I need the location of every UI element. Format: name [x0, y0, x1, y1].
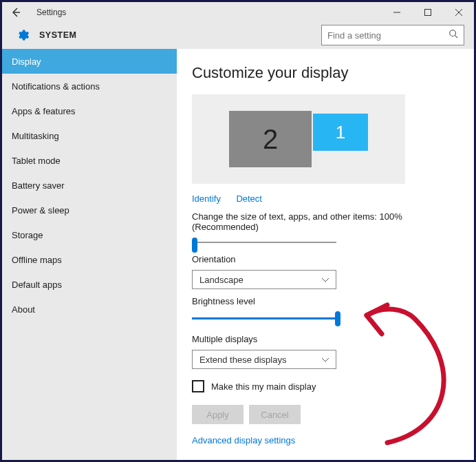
identify-link[interactable]: Identify [192, 193, 221, 204]
main-display-checkbox[interactable] [192, 380, 204, 392]
detect-link[interactable]: Detect [236, 193, 262, 204]
content-area: Customize your display 2 1 Identify Dete… [177, 49, 474, 460]
multiple-displays-value: Extend these displays [199, 355, 286, 365]
sidebar-item-power[interactable]: Power & sleep [2, 198, 177, 222]
maximize-button[interactable] [412, 3, 443, 23]
apply-button[interactable]: Apply [192, 405, 244, 424]
scale-slider[interactable] [192, 238, 336, 247]
sidebar-item-label: Tablet mode [12, 156, 61, 166]
search-box[interactable] [321, 25, 464, 45]
chevron-down-icon [322, 356, 329, 364]
sidebar-item-about[interactable]: About [2, 297, 177, 322]
sidebar-item-apps[interactable]: Apps & features [2, 98, 177, 123]
sidebar-item-label: About [12, 304, 35, 315]
display-arrangement[interactable]: 2 1 [192, 94, 405, 184]
header: SYSTEM [2, 23, 474, 49]
settings-window: Settings SYSTEM Display Notifications & … [0, 0, 476, 462]
page-title: Customize your display [192, 64, 459, 82]
sidebar-item-label: Notifications & actions [12, 81, 100, 92]
brightness-slider[interactable] [192, 312, 342, 327]
sidebar-item-label: Display [12, 56, 41, 67]
sidebar-item-notifications[interactable]: Notifications & actions [2, 74, 177, 98]
chevron-down-icon [322, 276, 329, 284]
monitor-1[interactable]: 1 [313, 114, 368, 151]
window-controls [381, 3, 474, 23]
sidebar-item-display[interactable]: Display [2, 49, 177, 74]
close-button[interactable] [443, 3, 474, 23]
sidebar-item-label: Power & sleep [12, 205, 69, 216]
svg-rect-1 [424, 10, 431, 16]
svg-point-4 [450, 30, 456, 36]
cancel-button[interactable]: Cancel [249, 405, 301, 424]
gear-icon [16, 28, 30, 42]
sidebar-item-tablet[interactable]: Tablet mode [2, 148, 177, 173]
back-arrow-icon [10, 7, 21, 18]
sidebar: Display Notifications & actions Apps & f… [2, 49, 177, 460]
back-button[interactable] [10, 7, 21, 18]
multiple-displays-select[interactable]: Extend these displays [192, 350, 336, 369]
sidebar-item-label: Battery saver [12, 180, 65, 191]
titlebar: Settings [2, 2, 474, 23]
orientation-label: Orientation [192, 254, 459, 264]
monitor-2[interactable]: 2 [229, 111, 312, 167]
breadcrumb: SYSTEM [39, 30, 76, 40]
sidebar-item-offline-maps[interactable]: Offline maps [2, 247, 177, 272]
scale-label: Change the size of text, apps, and other… [192, 211, 459, 232]
multiple-displays-label: Multiple displays [192, 334, 459, 344]
main-display-label: Make this my main display [211, 381, 316, 392]
svg-line-5 [455, 36, 458, 39]
orientation-select[interactable]: Landscape [192, 270, 336, 289]
minimize-button[interactable] [381, 3, 412, 23]
advanced-display-link[interactable]: Advanced display settings [192, 435, 459, 445]
brightness-label: Brightness level [192, 296, 459, 306]
scale-slider-thumb[interactable] [192, 238, 197, 253]
sidebar-item-label: Multitasking [12, 131, 59, 141]
window-title: Settings [36, 8, 66, 17]
sidebar-item-label: Storage [12, 230, 43, 240]
sidebar-item-label: Apps & features [12, 106, 76, 116]
sidebar-item-label: Offline maps [12, 255, 62, 265]
search-icon [448, 29, 458, 41]
sidebar-item-label: Default apps [12, 280, 62, 290]
sidebar-item-multitasking[interactable]: Multitasking [2, 123, 177, 148]
sidebar-item-battery[interactable]: Battery saver [2, 173, 177, 198]
sidebar-item-default-apps[interactable]: Default apps [2, 272, 177, 297]
sidebar-item-storage[interactable]: Storage [2, 222, 177, 247]
brightness-slider-thumb[interactable] [335, 311, 340, 326]
orientation-value: Landscape [199, 275, 244, 285]
search-input[interactable] [327, 30, 448, 41]
